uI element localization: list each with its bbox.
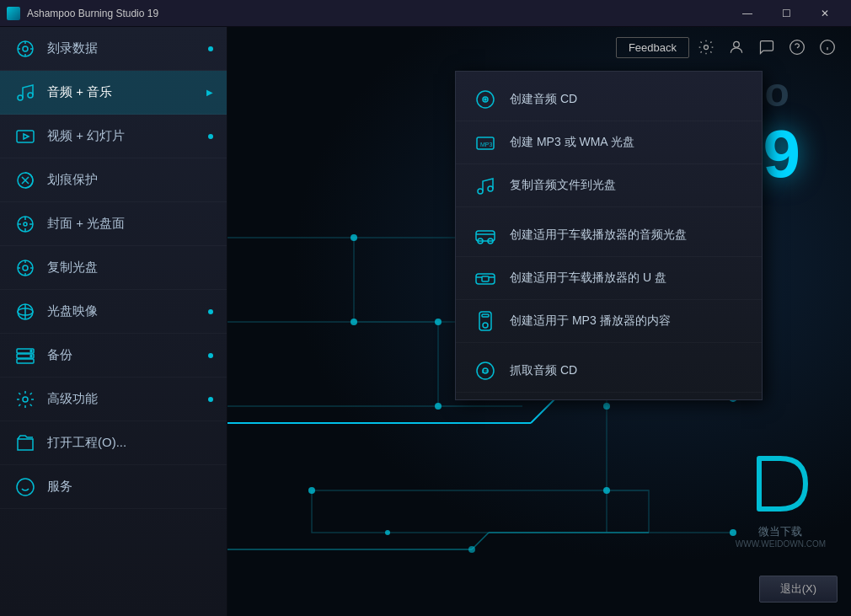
submenu: 创建音频 CD MP3 创建 MP3 或 WMA 光盘 复制音频文件到光盘 [455, 71, 763, 400]
titlebar-controls: — ☐ ✕ [728, 0, 844, 27]
watermark: 微当下载 WWW.WEIDOWN.COM [736, 450, 826, 549]
submenu-item-mp3-player[interactable]: 创建适用于 MP3 播放器的内容 [456, 300, 762, 343]
svg-rect-16 [17, 359, 34, 363]
sidebar-dot-burn-data [208, 46, 213, 51]
exit-button[interactable]: 退出(X) [759, 576, 838, 603]
user-button[interactable] [723, 34, 750, 61]
maximize-button[interactable]: ☐ [767, 0, 806, 27]
svg-point-2 [18, 95, 23, 100]
car-audio-icon [473, 222, 498, 248]
sidebar-item-scratch-protect[interactable]: 划痕保护 [0, 158, 227, 202]
sidebar-item-advanced[interactable]: 高级功能 [0, 378, 227, 421]
sidebar-item-service[interactable]: 服务 [0, 465, 227, 509]
sidebar-item-burn-data[interactable]: 刻录数据 [0, 27, 227, 71]
video-icon [13, 125, 37, 148]
submenu-item-create-audio-cd[interactable]: 创建音频 CD [456, 78, 762, 121]
svg-point-35 [435, 319, 442, 325]
help-button[interactable] [784, 34, 811, 61]
submenu-item-rip-audio-cd[interactable]: RIP 抓取音频 CD [456, 350, 762, 393]
top-toolbar: Feedback [606, 27, 851, 67]
sidebar: 刻录数据 音频 + 音乐 ▶ 视频 + 幻灯片 划痕保护 [0, 27, 227, 616]
open-icon [13, 431, 37, 455]
advanced-icon [13, 388, 37, 411]
svg-marker-5 [24, 134, 29, 139]
svg-text:MP3: MP3 [480, 142, 493, 147]
backup-icon [13, 344, 37, 367]
titlebar-title: Ashampoo Burning Studio 19 [27, 8, 158, 19]
svg-point-20 [17, 479, 34, 495]
svg-rect-69 [482, 314, 489, 317]
submenu-item-car-audio-disc[interactable]: 创建适用于车载播放器的音频光盘 [456, 214, 762, 257]
svg-rect-66 [482, 276, 489, 281]
chat-button[interactable] [753, 34, 780, 61]
sidebar-label-disc-image: 光盘映像 [47, 303, 98, 319]
submenu-label-copy-audio-files: 复制音频文件到光盘 [510, 178, 616, 193]
sidebar-label-scratch-protect: 划痕保护 [47, 172, 98, 188]
submenu-label-rip-audio-cd: 抓取音频 CD [510, 363, 577, 378]
sidebar-label-video-slideshow: 视频 + 幻灯片 [47, 128, 125, 144]
titlebar: Ashampoo Burning Studio 19 — ☐ ✕ [0, 0, 851, 27]
svg-point-8 [24, 222, 27, 226]
sidebar-label-service: 服务 [47, 479, 72, 495]
svg-point-61 [488, 186, 493, 191]
copy-disc-icon [13, 256, 37, 280]
disc-image-icon [13, 300, 37, 324]
service-icon [13, 475, 37, 499]
submenu-item-create-mp3-wma[interactable]: MP3 创建 MP3 或 WMA 光盘 [456, 121, 762, 164]
submenu-label-car-usb: 创建适用于车载播放器的 U 盘 [510, 271, 666, 286]
svg-point-57 [484, 99, 486, 100]
sidebar-item-backup[interactable]: 备份 [0, 334, 227, 378]
minimize-button[interactable]: — [728, 0, 767, 27]
settings-button[interactable] [693, 34, 720, 61]
sidebar-item-video-slideshow[interactable]: 视频 + 幻灯片 [0, 115, 227, 158]
music-icon [13, 81, 37, 104]
sidebar-arrow-audio-music: ▶ [206, 88, 213, 97]
sidebar-item-open-project[interactable]: 打开工程(O)... [0, 421, 227, 465]
svg-point-34 [351, 319, 357, 325]
svg-point-60 [478, 189, 483, 194]
watermark-logo [747, 450, 814, 517]
submenu-label-create-audio-cd: 创建音频 CD [510, 92, 577, 107]
sidebar-item-copy-disc[interactable]: 复制光盘 [0, 246, 227, 290]
sidebar-dot-disc-image [208, 309, 213, 314]
submenu-item-copy-audio-files[interactable]: 复制音频文件到光盘 [456, 164, 762, 207]
svg-point-32 [351, 234, 357, 241]
svg-point-48 [704, 46, 709, 50]
svg-point-37 [603, 403, 610, 410]
svg-point-41 [385, 530, 390, 535]
sidebar-dot-video-slideshow [208, 134, 213, 139]
car-usb-icon [473, 265, 498, 291]
sidebar-item-disc-image[interactable]: 光盘映像 [0, 290, 227, 334]
submenu-label-car-audio-disc: 创建适用于车载播放器的音频光盘 [510, 228, 687, 243]
sidebar-dot-backup [208, 353, 213, 358]
svg-point-39 [308, 487, 315, 494]
sidebar-label-advanced: 高级功能 [47, 391, 98, 407]
sidebar-item-cover-disc[interactable]: 封面 + 光盘面 [0, 202, 227, 246]
sidebar-label-burn-data: 刻录数据 [47, 40, 98, 56]
svg-point-10 [23, 265, 28, 271]
submenu-separator-1 [456, 207, 762, 214]
mp3-disc-icon: MP3 [473, 130, 498, 155]
scratch-icon [13, 169, 37, 192]
svg-line-45 [472, 533, 489, 549]
submenu-item-car-usb[interactable]: 创建适用于车载播放器的 U 盘 [456, 257, 762, 300]
close-button[interactable]: ✕ [806, 0, 844, 27]
svg-point-19 [23, 397, 28, 402]
sidebar-item-audio-music[interactable]: 音频 + 音乐 ▶ [0, 71, 227, 115]
cover-icon [13, 212, 37, 236]
svg-point-50 [790, 40, 805, 55]
svg-point-49 [734, 41, 740, 47]
main-layout: 刻录数据 音频 + 音乐 ▶ 视频 + 幻灯片 划痕保护 [0, 27, 851, 616]
info-button[interactable] [814, 34, 841, 61]
audio-cd-icon [473, 87, 498, 112]
svg-point-1 [23, 46, 28, 51]
mp3-player-icon [473, 308, 498, 334]
app-icon [7, 7, 20, 20]
disc-burn-icon [13, 37, 37, 61]
sidebar-label-copy-disc: 复制光盘 [47, 260, 98, 276]
feedback-button[interactable]: Feedback [616, 37, 689, 58]
submenu-label-create-mp3-wma: 创建 MP3 或 WMA 光盘 [510, 135, 634, 150]
svg-point-38 [603, 487, 610, 494]
svg-rect-4 [17, 131, 34, 142]
watermark-url: WWW.WEIDOWN.COM [736, 539, 826, 549]
